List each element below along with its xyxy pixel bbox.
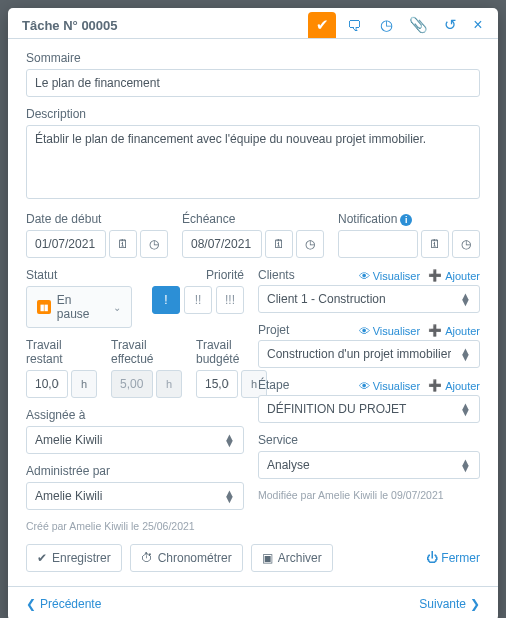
tab-history[interactable]: ↺: [436, 12, 464, 38]
plus-icon: ➕: [428, 379, 442, 392]
task-modal: Tâche N° 00005 ✔ 🗨 ◷ 📎 ↺ × Sommaire Desc…: [8, 8, 498, 618]
next-link[interactable]: Suivante❯: [419, 597, 480, 611]
status-value: En pause: [57, 293, 107, 321]
dates-row: Date de début 🗓 ◷ Échéance 🗓 ◷ Notificat…: [26, 212, 480, 258]
project-select[interactable]: Construction d'un projet immobilier ▲▼: [258, 340, 480, 368]
chevron-left-icon: ❮: [26, 597, 36, 611]
priority-high-button[interactable]: !!!: [216, 286, 244, 314]
tab-time[interactable]: ◷: [372, 12, 400, 38]
service-value: Analyse: [267, 458, 310, 472]
startdate-input[interactable]: [26, 230, 106, 258]
startdate-calendar-button[interactable]: 🗓: [109, 230, 137, 258]
prev-link[interactable]: ❮Précédente: [26, 597, 101, 611]
eye-icon: 👁: [359, 380, 370, 392]
admin-select[interactable]: Amelie Kiwili ▲▼: [26, 482, 244, 510]
service-select[interactable]: Analyse ▲▼: [258, 451, 480, 479]
footer-buttons: ✔Enregistrer ⏱Chronométrer ▣Archiver ⏻Fe…: [26, 544, 480, 572]
step-label: Étape: [258, 378, 289, 392]
modal-header: Tâche N° 00005 ✔ 🗨 ◷ 📎 ↺ ×: [8, 8, 498, 39]
plus-icon: ➕: [428, 324, 442, 337]
updown-icon: ▲▼: [460, 348, 471, 360]
duedate-input[interactable]: [182, 230, 262, 258]
archive-icon: ▣: [262, 551, 273, 565]
close-link[interactable]: ⏻Fermer: [426, 551, 480, 565]
tab-attachments[interactable]: 📎: [404, 12, 432, 38]
close-icon: ×: [473, 16, 482, 33]
description-textarea[interactable]: Établir le plan de financement avec l'éq…: [26, 125, 480, 199]
modal-title: Tâche N° 00005: [22, 18, 308, 33]
archive-button[interactable]: ▣Archiver: [251, 544, 333, 572]
notification-calendar-button[interactable]: 🗓: [421, 230, 449, 258]
duedate-time-button[interactable]: ◷: [296, 230, 324, 258]
project-label: Projet: [258, 323, 289, 337]
assigned-label: Assignée à: [26, 408, 244, 422]
nav-footer: ❮Précédente Suivante❯: [8, 586, 498, 618]
eye-icon: 👁: [359, 270, 370, 282]
clients-view-link[interactable]: 👁Visualiser: [359, 269, 421, 282]
work-remain-input[interactable]: [26, 370, 68, 398]
clock-icon: ◷: [305, 237, 315, 251]
status-dropdown[interactable]: ▮▮ En pause ⌄: [26, 286, 132, 328]
comments-icon: 🗨: [347, 17, 362, 34]
admin-value: Amelie Kiwili: [35, 489, 102, 503]
priority-med-button[interactable]: !!: [184, 286, 212, 314]
description-label: Description: [26, 107, 480, 121]
info-icon[interactable]: i: [400, 214, 412, 226]
calendar-icon: 🗓: [117, 237, 129, 251]
modal-body: Sommaire Description Établir le plan de …: [8, 39, 498, 586]
summary-input[interactable]: [26, 69, 480, 97]
tab-comments[interactable]: 🗨: [340, 12, 368, 38]
step-add-link[interactable]: ➕Ajouter: [428, 379, 480, 392]
assigned-value: Amelie Kiwili: [35, 433, 102, 447]
save-button[interactable]: ✔Enregistrer: [26, 544, 122, 572]
clients-add-link[interactable]: ➕Ajouter: [428, 269, 480, 282]
work-done-input: [111, 370, 153, 398]
plus-icon: ➕: [428, 269, 442, 282]
eye-icon: 👁: [359, 325, 370, 337]
summary-section: Sommaire: [26, 51, 480, 97]
history-icon: ↺: [444, 16, 457, 34]
service-label: Service: [258, 433, 480, 447]
clients-value: Client 1 - Construction: [267, 292, 386, 306]
close-button[interactable]: ×: [468, 16, 488, 34]
chevron-right-icon: ❯: [470, 597, 480, 611]
tab-main[interactable]: ✔: [308, 12, 336, 38]
work-budget-label: Travail budgété: [196, 338, 267, 366]
project-view-link[interactable]: 👁Visualiser: [359, 324, 421, 337]
clock-icon: ◷: [149, 237, 159, 251]
description-section: Description Établir le plan de financeme…: [26, 107, 480, 202]
chevron-down-icon: ⌄: [113, 302, 121, 313]
summary-label: Sommaire: [26, 51, 480, 65]
calendar-icon: 🗓: [429, 237, 441, 251]
work-remain-label: Travail restant: [26, 338, 97, 366]
step-value: DÉFINITION DU PROJET: [267, 402, 406, 416]
stopwatch-icon: ⏱: [141, 551, 153, 565]
work-done-label: Travail effectué: [111, 338, 182, 366]
check-circle-icon: ✔: [37, 551, 47, 565]
admin-label: Administrée par: [26, 464, 244, 478]
work-remain-unit: h: [71, 370, 97, 398]
clients-label: Clients: [258, 268, 295, 282]
priority-low-button[interactable]: !: [152, 286, 180, 314]
clients-select[interactable]: Client 1 - Construction ▲▼: [258, 285, 480, 313]
project-add-link[interactable]: ➕Ajouter: [428, 324, 480, 337]
step-view-link[interactable]: 👁Visualiser: [359, 379, 421, 392]
pause-icon: ▮▮: [37, 300, 51, 314]
updown-icon: ▲▼: [224, 490, 235, 502]
timer-button[interactable]: ⏱Chronométrer: [130, 544, 243, 572]
duedate-calendar-button[interactable]: 🗓: [265, 230, 293, 258]
header-tabs: ✔ 🗨 ◷ 📎 ↺: [308, 12, 464, 38]
assigned-select[interactable]: Amelie Kiwili ▲▼: [26, 426, 244, 454]
work-budget-input[interactable]: [196, 370, 238, 398]
notification-time-button[interactable]: ◷: [452, 230, 480, 258]
startdate-label: Date de début: [26, 212, 168, 226]
created-meta: Créé par Amelie Kiwili le 25/06/2021: [26, 520, 244, 532]
notification-input[interactable]: [338, 230, 418, 258]
modified-meta: Modifiée par Amelie Kiwili le 09/07/2021: [258, 489, 480, 501]
updown-icon: ▲▼: [460, 459, 471, 471]
paperclip-icon: 📎: [409, 16, 428, 34]
priority-label: Priorité: [152, 268, 244, 282]
updown-icon: ▲▼: [224, 434, 235, 446]
step-select[interactable]: DÉFINITION DU PROJET ▲▼: [258, 395, 480, 423]
startdate-time-button[interactable]: ◷: [140, 230, 168, 258]
